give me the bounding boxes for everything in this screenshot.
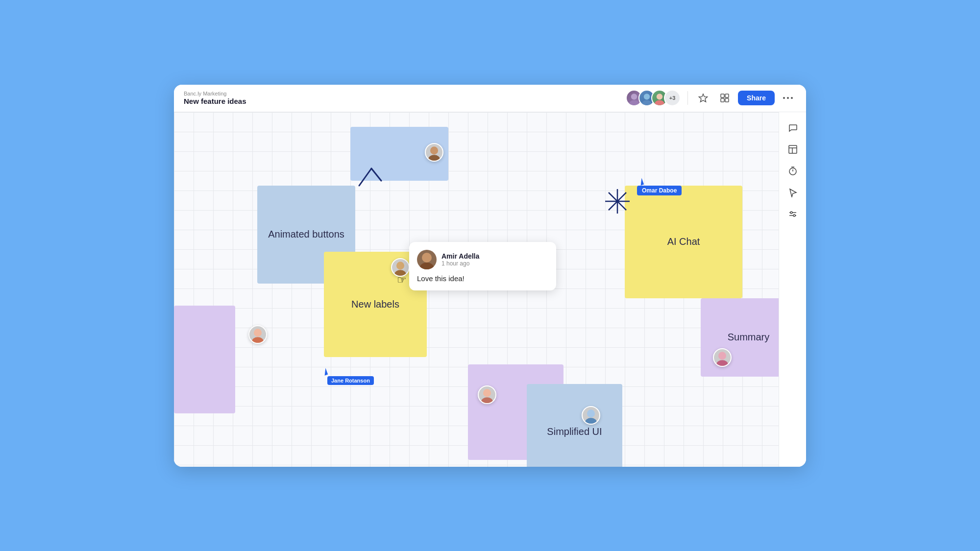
header: Banc.ly Marketing New feature ideas <box>174 85 806 112</box>
cursor-tool-sidebar-button[interactable] <box>783 183 803 202</box>
canvas-avatar-left <box>248 325 267 344</box>
svg-point-1 <box>629 100 638 106</box>
comment-header: Amir Adella 1 hour ago <box>417 250 548 269</box>
share-button[interactable]: Share <box>738 91 775 105</box>
svg-point-23 <box>252 337 263 344</box>
svg-point-12 <box>787 97 789 99</box>
cursor-arrow-jane <box>322 368 328 376</box>
avatar-count: +3 <box>664 90 681 106</box>
canvas-avatar-simplified-2 <box>582 406 600 425</box>
app-window: Banc.ly Marketing New feature ideas <box>174 85 806 467</box>
header-right: +3 Share <box>626 90 796 106</box>
svg-point-29 <box>481 397 492 404</box>
cursor-arrow-omar <box>638 178 644 186</box>
comment-time: 1 hour ago <box>441 260 479 267</box>
svg-rect-10 <box>725 98 729 102</box>
right-sidebar <box>779 112 806 467</box>
timer-sidebar-button[interactable] <box>783 161 803 181</box>
svg-point-22 <box>254 329 262 336</box>
breadcrumb: Banc.ly Marketing <box>184 91 620 96</box>
svg-point-2 <box>644 94 650 99</box>
svg-point-4 <box>657 94 662 99</box>
sticky-note-summary[interactable]: Summary <box>701 298 779 377</box>
more-button[interactable] <box>780 90 796 106</box>
omar-cursor <box>639 178 643 185</box>
svg-marker-6 <box>699 94 708 102</box>
svg-point-25 <box>394 270 406 277</box>
canvas[interactable]: Animated buttons New labels AI Chat <box>174 112 779 467</box>
jane-cursor-label: Jane Rotanson <box>327 376 374 385</box>
settings-sidebar-button[interactable] <box>783 204 803 224</box>
svg-point-21 <box>428 155 440 162</box>
header-left: Banc.ly Marketing New feature ideas <box>184 91 620 105</box>
svg-point-13 <box>791 97 793 99</box>
template-button[interactable] <box>716 90 733 106</box>
star-decoration <box>603 187 632 220</box>
svg-point-26 <box>422 253 432 263</box>
comment-text: Love this idea! <box>417 274 548 283</box>
canvas-avatar-summary <box>713 348 732 367</box>
svg-rect-8 <box>725 94 729 97</box>
svg-line-14 <box>359 168 371 186</box>
comment-popup: Amir Adella 1 hour ago Love this idea! <box>409 242 556 290</box>
canvas-avatar-comment[interactable] <box>391 258 410 277</box>
svg-rect-34 <box>789 145 797 153</box>
svg-point-30 <box>587 409 595 417</box>
svg-point-27 <box>420 263 434 269</box>
sticky-note-simplified-ui[interactable]: Simplified UI <box>527 384 622 467</box>
main-area: Animated buttons New labels AI Chat <box>174 112 806 467</box>
page-title: New feature ideas <box>184 97 620 105</box>
svg-point-24 <box>396 262 404 269</box>
svg-point-5 <box>655 100 664 106</box>
svg-point-32 <box>718 352 726 359</box>
comment-sidebar-button[interactable] <box>783 118 803 138</box>
svg-point-33 <box>716 360 728 367</box>
svg-rect-7 <box>721 94 724 97</box>
canvas-avatar-top <box>425 143 443 162</box>
comment-meta: Amir Adella 1 hour ago <box>441 252 479 267</box>
svg-point-43 <box>793 215 795 216</box>
svg-point-31 <box>585 418 596 425</box>
svg-point-28 <box>483 389 491 397</box>
canvas-avatar-simplified-1 <box>478 385 496 404</box>
svg-point-3 <box>642 100 651 106</box>
sticky-note-purple-left[interactable] <box>174 306 235 413</box>
comment-author-avatar <box>417 250 437 269</box>
comment-author-name: Amir Adella <box>441 252 479 260</box>
squiggle-decoration <box>344 166 384 192</box>
svg-point-20 <box>430 146 438 154</box>
omar-cursor-label: Omar Daboe <box>637 186 682 195</box>
svg-rect-9 <box>721 98 724 102</box>
svg-point-0 <box>631 94 637 99</box>
sticky-note-ai-chat[interactable]: AI Chat <box>625 186 742 298</box>
svg-point-11 <box>783 97 785 99</box>
star-button[interactable] <box>695 90 711 106</box>
table-sidebar-button[interactable] <box>783 140 803 159</box>
jane-cursor: Jane Rotanson <box>323 368 374 385</box>
svg-point-42 <box>790 212 792 214</box>
svg-line-15 <box>371 168 381 181</box>
avatar-group: +3 <box>626 90 681 106</box>
divider <box>687 91 688 105</box>
